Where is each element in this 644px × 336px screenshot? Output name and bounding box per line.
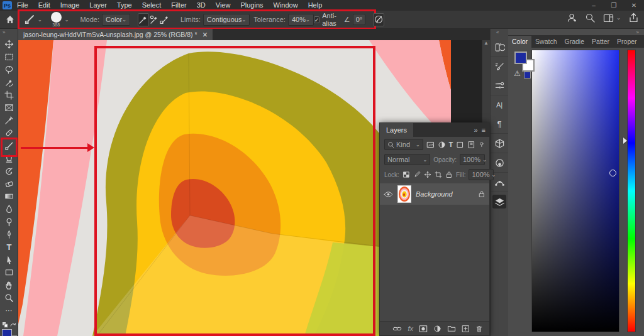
brushes-panel-icon[interactable] [492,79,506,92]
saturation-brightness-field[interactable] [531,50,619,332]
3d-panel-icon[interactable] [492,136,506,150]
tool-blur[interactable] [2,203,17,214]
color-replacement-tool-icon[interactable] [23,14,36,25]
paragraph-panel-icon[interactable]: ¶ [492,117,506,131]
layers-panel-strip-icon[interactable] [492,195,506,209]
tab-close-icon[interactable]: ✕ [203,31,208,38]
gamut-color-swatch[interactable] [524,72,531,79]
lock-position-icon[interactable] [424,171,431,178]
layer-thumbnail[interactable] [397,185,411,203]
filter-pin-icon[interactable] [479,141,485,148]
opacity-dropdown[interactable]: 100% ⌄ [460,154,485,165]
anti-alias-checkbox[interactable]: ✓ [314,16,320,23]
panel-collapse-icon[interactable]: » [474,126,477,134]
tool-dodge[interactable] [2,217,17,227]
hue-slider-arrow-icon[interactable] [623,138,627,144]
tab-color[interactable]: Color [508,36,531,48]
delete-layer-icon[interactable] [475,325,483,333]
filter-kind-dropdown[interactable]: Kind ⌄ [384,139,423,150]
gamut-warning-icon[interactable]: ⚠ [514,69,521,78]
new-layer-icon[interactable] [462,325,470,333]
tool-move[interactable] [2,39,17,50]
blend-mode-dropdown[interactable]: Normal ⌄ [384,154,430,165]
sampling-once-icon[interactable] [149,13,159,26]
lock-transparent-icon[interactable] [402,171,410,178]
minimize-button[interactable]: – [584,1,604,11]
scroll-up-icon[interactable]: ▲ [484,40,489,46]
panel-menu-icon[interactable]: ≡ [482,126,486,134]
adjustment-layer-icon[interactable] [433,325,441,333]
brush-picker-chevron-icon[interactable]: ⌄ [65,17,69,23]
toolbar-collapse-icon[interactable]: » [3,30,5,35]
tool-edit-toolbar[interactable]: ⋯ [2,305,17,316]
tool-quick-selection[interactable] [2,77,17,88]
tool-type[interactable]: T [2,242,17,252]
restore-button[interactable]: ❐ [604,1,624,11]
character-panel-icon[interactable]: A| [492,98,506,112]
sampling-background-swatch-icon[interactable] [159,13,169,26]
tool-gradient[interactable] [2,191,17,202]
tab-patterns[interactable]: Patter [588,36,613,48]
workspace-switcher-icon[interactable]: ⌄ [603,13,621,23]
filter-shape-layers-icon[interactable] [456,141,464,149]
layer-effects-icon[interactable]: fx [408,325,413,332]
filter-smart-objects-icon[interactable] [467,141,475,149]
close-button[interactable]: ✕ [624,1,644,11]
tool-preset-chevron-icon[interactable]: ⌄ [38,17,42,23]
tool-rectangular-marquee[interactable] [2,51,17,62]
tool-eraser[interactable] [2,178,17,189]
limits-dropdown[interactable]: Contiguous ⌄ [203,14,250,26]
color-field-cursor[interactable] [609,170,616,176]
brush-angle-field[interactable]: 0° [353,14,366,25]
tool-hand[interactable] [2,280,17,291]
history-panel-icon[interactable] [492,40,506,54]
hue-slider-strip[interactable] [627,50,636,332]
materials-panel-icon[interactable] [492,156,506,170]
tool-history-brush[interactable] [2,166,17,176]
share-icon[interactable] [628,13,639,23]
layers-tab[interactable]: Layers [380,123,413,137]
filter-adjustment-layers-icon[interactable] [438,141,446,149]
tool-lasso[interactable] [2,64,17,75]
tool-annotation-box [1,138,18,157]
search-icon[interactable] [585,13,596,23]
account-icon[interactable] [567,13,577,23]
sampling-continuous-icon[interactable] [138,13,149,26]
tab-gradients[interactable]: Gradie [561,36,589,48]
filter-type-layers-icon[interactable]: T [449,141,453,148]
layer-visibility-eye-icon[interactable] [384,191,393,198]
foreground-color-swatch[interactable] [2,329,12,336]
pen-pressure-icon[interactable] [373,13,384,26]
brush-preset-picker[interactable]: 388 [51,12,62,27]
default-colors-icon[interactable] [2,322,17,328]
tool-rectangle-shape[interactable] [2,267,17,278]
tolerance-dropdown[interactable]: 40% ⌄ [288,14,314,26]
home-icon[interactable] [5,14,15,24]
tool-zoom[interactable] [2,293,17,303]
lock-image-icon[interactable] [413,171,421,178]
tool-path-selection[interactable] [2,254,17,265]
layer-lock-icon[interactable] [478,190,486,198]
dock-collapse-icon[interactable]: « [496,30,499,35]
tool-spot-healing-brush[interactable] [2,127,17,138]
fill-dropdown[interactable]: 100% ⌄ [469,169,494,180]
tab-adjustments[interactable]: Adjust [641,36,644,48]
document-tab[interactable]: jason-leung-wHddViTmSvA-unsplash.jpg @ 2… [18,29,213,40]
filter-pixel-layers-icon[interactable] [426,141,435,149]
new-group-icon[interactable] [447,325,456,332]
layer-mask-icon[interactable] [419,325,428,333]
layer-row-background[interactable]: Background [380,183,489,205]
color-dock-collapse-icon[interactable]: » [636,30,639,35]
lock-all-icon[interactable] [445,171,453,178]
mode-dropdown[interactable]: Color ⌄ [102,14,130,26]
tool-frame[interactable] [2,102,17,113]
tool-pen[interactable] [2,229,17,240]
link-layers-icon[interactable] [392,325,402,333]
tab-properties[interactable]: Proper [613,36,641,48]
panel-foreground-swatch[interactable] [514,51,527,64]
tool-eyedropper[interactable] [2,115,17,126]
lock-artboard-icon[interactable] [435,171,442,178]
tool-crop[interactable] [2,90,17,100]
tab-swatches[interactable]: Swatch [531,36,560,48]
brush-settings-panel-icon[interactable] [492,60,506,73]
